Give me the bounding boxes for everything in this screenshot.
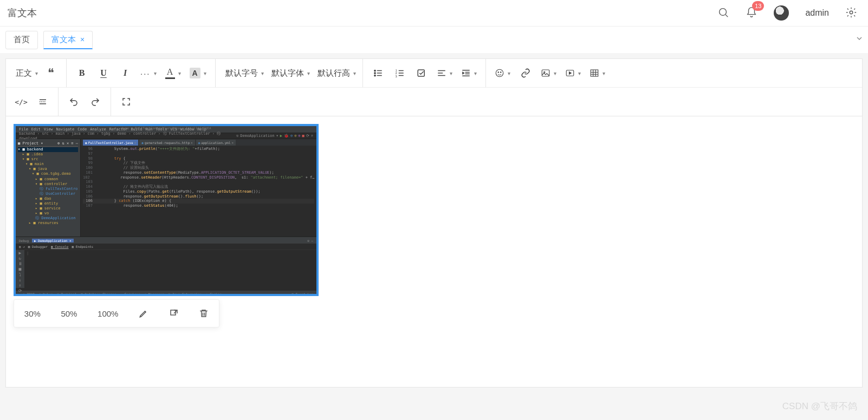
ide-code-area: ◉FullTextController.java ×◉generated-req… xyxy=(81,139,316,237)
todo-list-button[interactable] xyxy=(411,62,432,84)
svg-rect-30 xyxy=(591,70,598,76)
caret-icon: ▾ xyxy=(353,70,356,76)
notification-bell-icon[interactable]: 13 xyxy=(746,6,757,20)
chevron-down-icon[interactable] xyxy=(855,34,864,44)
emoji-button[interactable]: ▾ xyxy=(490,62,515,84)
editor-body[interactable]: FileEditViewNavigateCodeAnalyzeRefactorB… xyxy=(6,116,862,387)
ordered-list-button[interactable]: 123 xyxy=(389,62,411,84)
editor-toolbar: 正文▾ ❝ B U I ···▾ A▾ A▾ 默认字号▾ 默认字体▾ 默认行高▾ xyxy=(6,59,862,116)
caret-icon: ▾ xyxy=(554,70,556,76)
svg-marker-29 xyxy=(569,72,571,75)
svg-point-2 xyxy=(850,11,853,14)
tab-home[interactable]: 首页 xyxy=(5,31,38,49)
caret-icon: ▾ xyxy=(307,70,310,76)
image-size-30-button[interactable]: 30% xyxy=(18,306,47,321)
link-button[interactable] xyxy=(515,62,536,84)
bg-color-button[interactable]: A▾ xyxy=(185,62,211,84)
image-button[interactable]: ▾ xyxy=(536,62,561,84)
image-size-50-button[interactable]: 50% xyxy=(54,306,83,321)
undo-button[interactable] xyxy=(63,91,85,113)
bullet-list-button[interactable] xyxy=(367,62,389,84)
caret-icon: ▾ xyxy=(204,70,206,76)
svg-point-23 xyxy=(496,69,503,77)
embedded-ide-image[interactable]: FileEditViewNavigateCodeAnalyzeRefactorB… xyxy=(14,124,319,296)
tab-label: 富文本 xyxy=(51,35,76,45)
redo-button[interactable] xyxy=(85,91,106,113)
ide-debug-panel: Debug ▶ DemoApplication × ⊕ — ▣ ↺▣ Debug… xyxy=(16,237,316,291)
image-edit-button[interactable] xyxy=(132,305,155,321)
ide-project-tree: ■ Project ▾⊕ ⇅ ✕ ≡ — ▾ ■ backend▸ ■ .ide… xyxy=(16,139,81,237)
image-floating-toolbar: 30% 50% 100% xyxy=(14,299,219,327)
font-color-button[interactable]: A▾ xyxy=(161,62,185,84)
caret-icon: ▾ xyxy=(178,70,181,76)
more-format-button[interactable]: ···▾ xyxy=(136,62,161,84)
divider-button[interactable] xyxy=(32,91,54,113)
svg-rect-15 xyxy=(418,70,424,76)
caret-icon: ▾ xyxy=(35,70,38,76)
svg-line-1 xyxy=(726,15,728,17)
ide-run-controls: ⎋DemoApplication▾ ▶🐞⊙⊙⊙■⟳⌕ xyxy=(236,134,313,138)
watermark: CSDN @飞哥不鸽 xyxy=(782,400,857,412)
tab-label: 首页 xyxy=(14,35,30,45)
svg-point-4 xyxy=(374,73,375,74)
rich-text-editor: 正文▾ ❝ B U I ···▾ A▾ A▾ 默认字号▾ 默认字体▾ 默认行高▾ xyxy=(5,58,863,388)
svg-point-5 xyxy=(374,75,375,76)
content: 正文▾ ❝ B U I ···▾ A▾ A▾ 默认字号▾ 默认字体▾ 默认行高▾ xyxy=(0,53,868,393)
align-button[interactable]: ▾ xyxy=(432,62,457,84)
caret-icon: ▾ xyxy=(154,70,157,76)
heading-label: 正文 xyxy=(16,68,32,78)
indent-button[interactable]: ▾ xyxy=(457,62,481,84)
page-title: 富文本 xyxy=(8,6,37,19)
blockquote-button[interactable]: ❝ xyxy=(40,62,62,84)
underline-button[interactable]: U xyxy=(93,62,114,84)
line-height-label: 默认行高 xyxy=(318,68,350,78)
caret-icon: ▾ xyxy=(603,70,605,76)
caret-icon: ▾ xyxy=(578,70,581,76)
notification-badge: 13 xyxy=(752,1,764,11)
table-button[interactable]: ▾ xyxy=(585,62,610,84)
svg-point-24 xyxy=(498,72,499,73)
font-family-label: 默认字体 xyxy=(271,68,304,78)
svg-point-25 xyxy=(500,72,501,73)
font-family-select[interactable]: 默认字体▾ xyxy=(266,62,312,84)
image-delete-button[interactable] xyxy=(192,305,215,321)
svg-rect-26 xyxy=(542,70,549,76)
caret-icon: ▾ xyxy=(474,70,477,76)
fullscreen-button[interactable] xyxy=(115,91,137,113)
bold-button[interactable]: B xyxy=(71,62,93,84)
avatar[interactable] xyxy=(774,5,789,21)
app-header: 富文本 13 admin xyxy=(0,0,868,26)
italic-button[interactable]: I xyxy=(114,62,136,84)
gear-icon[interactable] xyxy=(845,6,857,20)
ide-breadcrumb: backend › src › main › java › com › tgbg… xyxy=(16,133,316,139)
search-icon[interactable] xyxy=(717,6,729,20)
heading-select[interactable]: 正文▾ xyxy=(10,62,40,84)
video-button[interactable]: ▾ xyxy=(561,62,585,84)
username[interactable]: admin xyxy=(805,8,829,18)
svg-point-3 xyxy=(374,70,375,71)
code-block-button[interactable]: </> xyxy=(10,91,32,113)
svg-text:3: 3 xyxy=(395,75,397,78)
caret-icon: ▾ xyxy=(261,70,264,76)
tabs-bar: 首页 富文本 × xyxy=(0,26,868,53)
font-size-select[interactable]: 默认字号▾ xyxy=(220,62,266,84)
svg-point-0 xyxy=(720,8,727,15)
line-height-select[interactable]: 默认行高▾ xyxy=(312,62,358,84)
image-size-100-button[interactable]: 100% xyxy=(91,306,125,321)
close-icon[interactable]: × xyxy=(80,36,85,43)
caret-icon: ▾ xyxy=(450,70,452,76)
font-size-label: 默认字号 xyxy=(225,68,258,78)
header-actions: 13 admin xyxy=(717,5,860,21)
caret-icon: ▾ xyxy=(508,70,510,76)
image-view-button[interactable] xyxy=(163,305,185,321)
tab-richtext[interactable]: 富文本 × xyxy=(43,31,93,49)
